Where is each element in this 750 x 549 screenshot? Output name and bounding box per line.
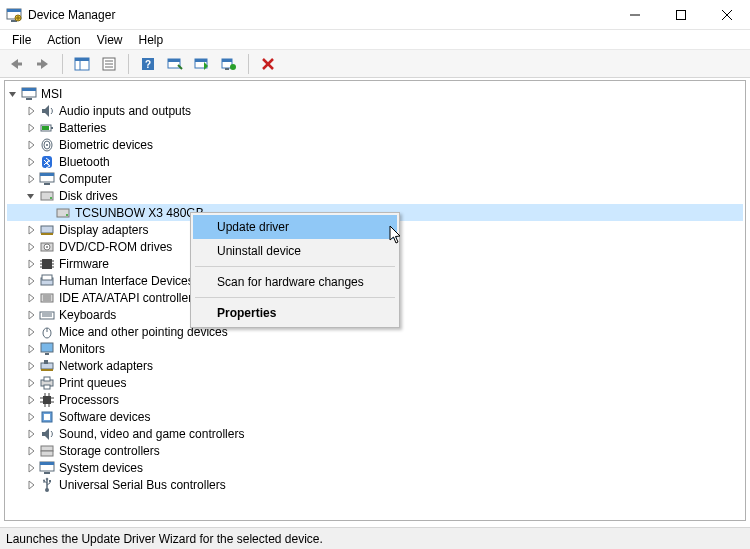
back-button[interactable] — [4, 53, 28, 75]
svg-rect-22 — [168, 59, 180, 62]
expander-collapsed-icon[interactable] — [25, 343, 37, 355]
show-hide-console-tree-button[interactable] — [70, 53, 94, 75]
svg-point-28 — [230, 64, 236, 70]
tree-label: TCSUNBOW X3 480GB — [75, 206, 204, 220]
ctx-scan[interactable]: Scan for hardware changes — [193, 270, 397, 294]
tree-row-software[interactable]: Software devices — [7, 408, 743, 425]
svg-rect-48 — [41, 226, 53, 233]
svg-rect-43 — [44, 183, 50, 185]
computer-icon — [39, 171, 55, 187]
titlebar: Device Manager — [0, 0, 750, 30]
svg-rect-7 — [677, 10, 686, 19]
svg-rect-33 — [26, 98, 32, 100]
tree-row-disks[interactable]: Disk drives — [7, 187, 743, 204]
menu-file[interactable]: File — [4, 31, 39, 49]
disk-icon — [55, 205, 71, 221]
tree-row-monitors[interactable]: Monitors — [7, 340, 743, 357]
expander-collapsed-icon[interactable] — [25, 411, 37, 423]
svg-point-92 — [43, 479, 45, 481]
tree-row-sound[interactable]: Sound, video and game controllers — [7, 425, 743, 442]
maximize-button[interactable] — [658, 0, 704, 30]
help-button[interactable]: ? — [136, 53, 160, 75]
tree-row-biometric[interactable]: Biometric devices — [7, 136, 743, 153]
tree-row-root[interactable]: MSI — [7, 85, 743, 102]
tree-label: System devices — [59, 461, 143, 475]
close-button[interactable] — [704, 0, 750, 30]
tree-row-network[interactable]: Network adapters — [7, 357, 743, 374]
properties-button[interactable] — [97, 53, 121, 75]
expander-collapsed-icon[interactable] — [25, 479, 37, 491]
expander-collapsed-icon[interactable] — [25, 275, 37, 287]
expander-collapsed-icon[interactable] — [25, 360, 37, 372]
svg-rect-27 — [225, 68, 229, 70]
tree-row-processors[interactable]: Processors — [7, 391, 743, 408]
expander-collapsed-icon[interactable] — [25, 377, 37, 389]
printer-icon — [39, 375, 55, 391]
app-icon — [6, 7, 22, 23]
expander-collapsed-icon[interactable] — [25, 156, 37, 168]
menubar: File Action View Help — [0, 30, 750, 50]
tree-label: Batteries — [59, 121, 106, 135]
ctx-properties[interactable]: Properties — [193, 301, 397, 325]
expander-collapsed-icon[interactable] — [25, 445, 37, 457]
tree-row-batteries[interactable]: Batteries — [7, 119, 743, 136]
svg-rect-73 — [44, 385, 50, 389]
mouse-icon — [39, 324, 55, 340]
svg-rect-70 — [44, 360, 48, 364]
delete-button[interactable] — [256, 53, 280, 75]
usb-icon — [39, 477, 55, 493]
expander-collapsed-icon[interactable] — [25, 462, 37, 474]
minimize-button[interactable] — [612, 0, 658, 30]
svg-rect-86 — [41, 451, 53, 456]
cpu-icon — [39, 392, 55, 408]
expander-collapsed-icon[interactable] — [25, 105, 37, 117]
tree-label: Disk drives — [59, 189, 118, 203]
ctx-separator — [195, 266, 395, 267]
window-title: Device Manager — [28, 8, 115, 22]
tree-row-computer[interactable]: Computer — [7, 170, 743, 187]
expander-collapsed-icon[interactable] — [25, 292, 37, 304]
tree-row-audio[interactable]: Audio inputs and outputs — [7, 102, 743, 119]
expander-collapsed-icon[interactable] — [25, 326, 37, 338]
hid-icon — [39, 273, 55, 289]
audio-icon — [39, 103, 55, 119]
uninstall-button[interactable] — [217, 53, 241, 75]
ctx-update-driver[interactable]: Update driver — [193, 215, 397, 239]
menu-help[interactable]: Help — [131, 31, 172, 49]
expander-collapsed-icon[interactable] — [25, 309, 37, 321]
display-adapter-icon — [39, 222, 55, 238]
tree-row-system[interactable]: System devices — [7, 459, 743, 476]
expander-collapsed-icon[interactable] — [25, 224, 37, 236]
expander-expanded-icon[interactable] — [25, 190, 37, 202]
forward-button[interactable] — [31, 53, 55, 75]
tree-label: Computer — [59, 172, 112, 186]
expander-collapsed-icon[interactable] — [25, 394, 37, 406]
tree-label: Display adapters — [59, 223, 148, 237]
tree-label: Keyboards — [59, 308, 116, 322]
expander-collapsed-icon[interactable] — [25, 258, 37, 270]
menu-view[interactable]: View — [89, 31, 131, 49]
tree-label: Network adapters — [59, 359, 153, 373]
scan-hardware-button[interactable] — [163, 53, 187, 75]
ctx-uninstall[interactable]: Uninstall device — [193, 239, 397, 263]
svg-point-39 — [46, 144, 48, 146]
expander-collapsed-icon[interactable] — [25, 173, 37, 185]
expander-collapsed-icon[interactable] — [25, 428, 37, 440]
keyboard-icon — [39, 307, 55, 323]
expander-collapsed-icon[interactable] — [25, 122, 37, 134]
toolbar-separator — [248, 54, 249, 74]
expander-expanded-icon[interactable] — [7, 88, 19, 100]
expander-collapsed-icon[interactable] — [25, 241, 37, 253]
tree-row-bluetooth[interactable]: Bluetooth — [7, 153, 743, 170]
tree-row-print[interactable]: Print queues — [7, 374, 743, 391]
tree-row-usb[interactable]: Universal Serial Bus controllers — [7, 476, 743, 493]
ctx-separator — [195, 297, 395, 298]
svg-rect-32 — [22, 88, 36, 91]
svg-rect-49 — [41, 233, 53, 235]
tree-row-storage[interactable]: Storage controllers — [7, 442, 743, 459]
toolbar-separator — [62, 54, 63, 74]
update-driver-button[interactable] — [190, 53, 214, 75]
expander-collapsed-icon[interactable] — [25, 139, 37, 151]
svg-point-45 — [50, 197, 52, 199]
menu-action[interactable]: Action — [39, 31, 88, 49]
